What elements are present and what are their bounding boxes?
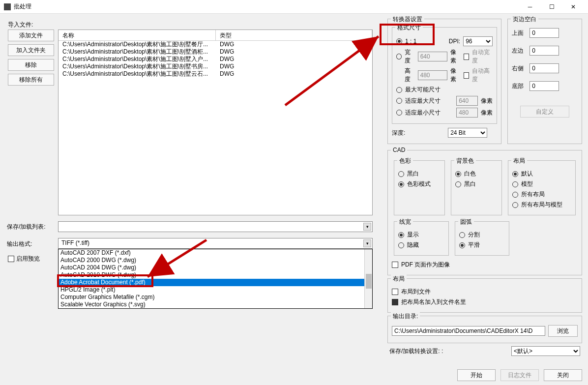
format-option[interactable]: HPGL/2 Image (*.plt) — [59, 286, 372, 294]
ratio-1-1-radio[interactable] — [396, 38, 402, 44]
width-label: 宽度 — [405, 48, 415, 65]
format-option[interactable]: AutoCAD 2000 DWG (*.dwg) — [59, 257, 372, 264]
close-button[interactable]: ✕ — [562, 0, 584, 14]
fit-max-input — [456, 96, 478, 106]
titlebar: 批处理 ─ ☐ ✕ — [0, 0, 588, 14]
start-button[interactable]: 开始 — [457, 369, 496, 381]
dpi-label: DPI: — [449, 38, 460, 45]
ratio-1-1-label: 1 : 1 — [405, 38, 416, 45]
converter-settings-group: 转换器设置 格式尺寸 1 : 1 DPI: 96 宽度 像素 — [387, 19, 501, 144]
scrollbar[interactable] — [364, 249, 372, 308]
fit-min-input — [456, 108, 478, 118]
remove-button[interactable]: 移除 — [8, 59, 54, 71]
table-row[interactable]: C:\Users\Administrator\Desktop\素材\施工图\别墅… — [59, 56, 372, 63]
line-width-group: 线宽 显示 隐藏 — [394, 221, 449, 256]
fit-min-radio[interactable] — [396, 110, 402, 116]
layout-all-model-radio[interactable] — [512, 202, 518, 208]
table-row[interactable]: C:\Users\Administrator\Desktop\素材\施工图\别墅… — [59, 48, 372, 56]
format-option[interactable]: Scalable Vector Graphics (*.svg) — [59, 301, 372, 308]
arc-group: 圆弧 分割 平滑 — [455, 221, 510, 256]
file-type-cell: DWG — [216, 41, 372, 48]
minimize-button[interactable]: ─ — [519, 0, 541, 14]
output-format-select[interactable]: TIFF (*.tiff) ▾ — [58, 238, 373, 249]
remove-all-button[interactable]: 移除所有 — [8, 74, 54, 86]
table-row[interactable]: C:\Users\Administrator\Desktop\素材\施工图\别墅… — [59, 70, 372, 78]
layout-to-file-checkbox[interactable] — [392, 289, 398, 295]
format-option[interactable]: Adobe Acrobat Document (*.pdf) — [59, 279, 372, 286]
file-type-cell: DWG — [216, 48, 372, 56]
auto-width-label: 自动宽度 — [472, 48, 493, 65]
column-name-header[interactable]: 名称 — [59, 30, 216, 40]
margin-left-label: 左边 — [512, 47, 527, 55]
table-row[interactable]: C:\Users\Administrator\Desktop\素材\施工图\别墅… — [59, 63, 372, 70]
converter-title: 转换器设置 — [393, 16, 422, 23]
arc-smooth-radio[interactable] — [459, 242, 465, 248]
line-show-radio[interactable] — [398, 232, 404, 238]
margin-bottom-input[interactable] — [529, 81, 559, 91]
maximize-button[interactable]: ☐ — [541, 0, 562, 14]
close-dialog-button[interactable]: 关闭 — [544, 369, 582, 381]
add-folder-button[interactable]: 加入文件夹 — [8, 44, 54, 56]
layout-all-radio[interactable] — [512, 192, 518, 198]
column-type-header[interactable]: 类型 — [216, 30, 372, 40]
chevron-down-icon[interactable]: ▾ — [363, 223, 371, 231]
margin-left-input[interactable] — [529, 46, 559, 56]
output-format-dropdown[interactable]: AutoCAD 2007 DXF (*.dxf)AutoCAD 2000 DWG… — [58, 249, 373, 309]
cad-title: CAD — [393, 147, 405, 153]
layout-model-radio[interactable] — [512, 181, 518, 187]
format-option[interactable]: AutoCAD 2004 DWG (*.dwg) — [59, 264, 372, 271]
width-radio[interactable] — [396, 54, 402, 59]
file-table[interactable]: 名称 类型 C:\Users\Administrator\Desktop\素材\… — [58, 30, 373, 215]
bg-black-radio[interactable] — [455, 181, 461, 187]
format-option[interactable]: Computer Graphics Metafile (*.cgm) — [59, 294, 372, 301]
margin-right-input[interactable] — [529, 63, 559, 73]
fit-min-label: 适应最小尺寸 — [405, 109, 441, 117]
customize-button: 自定义 — [520, 106, 569, 118]
chevron-down-icon[interactable]: ▾ — [363, 239, 371, 247]
file-name-cell: C:\Users\Administrator\Desktop\素材\施工图\别墅… — [59, 41, 216, 48]
depth-select[interactable]: 24 Bit — [448, 128, 487, 138]
layout-choice-group: 布局 默认 模型 所有布局 所有布局与模型 — [508, 160, 576, 215]
color-mode-radio[interactable] — [398, 181, 404, 187]
enable-preview-checkbox[interactable] — [8, 256, 14, 262]
margin-right-label: 右侧 — [512, 64, 527, 73]
file-name-cell: C:\Users\Administrator\Desktop\素材\施工图\别墅… — [59, 70, 216, 78]
left-pane: 导入文件: 添加文件 加入文件夹 移除 移除所有 名称 类型 C:\Users\… — [0, 14, 383, 385]
save-load-list-label: 保存/加载列表: — [7, 223, 46, 231]
max-possible-radio[interactable] — [396, 87, 402, 93]
import-files-label: 导入文件: — [8, 21, 33, 29]
fit-max-radio[interactable] — [396, 98, 402, 104]
pdf-as-image-checkbox[interactable] — [392, 262, 398, 268]
append-layout-name-checkbox[interactable] — [392, 299, 398, 305]
file-type-cell: DWG — [216, 63, 372, 70]
browse-button[interactable]: 浏览 — [548, 325, 578, 337]
file-type-cell: DWG — [216, 70, 372, 78]
format-option[interactable]: AutoCAD 2007 DXF (*.dxf) — [59, 249, 372, 257]
scrollbar-thumb[interactable] — [366, 274, 372, 289]
save-load-list-select[interactable]: ▾ — [58, 221, 373, 232]
bw-radio[interactable] — [398, 171, 404, 177]
format-size-group: 格式尺寸 1 : 1 DPI: 96 宽度 像素 自动宽度 — [392, 27, 497, 124]
color-group: 色彩 黑白 色彩模式 — [394, 160, 445, 215]
layout-group: 布局 布局到文件 把布局名加入到文件名里 — [387, 278, 582, 313]
dpi-select[interactable]: 96 — [463, 36, 493, 46]
app-icon — [4, 3, 11, 10]
add-file-button[interactable]: 添加文件 — [8, 30, 54, 41]
bg-white-radio[interactable] — [455, 171, 461, 177]
layout-default-radio[interactable] — [512, 171, 518, 177]
line-hide-radio[interactable] — [398, 242, 404, 248]
auto-height-label: 自动高度 — [472, 67, 493, 84]
save-convert-select[interactable]: <默认> — [511, 346, 580, 356]
format-option[interactable]: AutoCAD 2010 DWG (*.dwg) — [59, 271, 372, 279]
arc-split-radio[interactable] — [459, 232, 465, 238]
cad-group: CAD 色彩 黑白 色彩模式 背景色 白色 黑白 布局 默认 模型 所有布局 — [387, 150, 582, 275]
right-pane: 转换器设置 格式尺寸 1 : 1 DPI: 96 宽度 像素 — [383, 14, 588, 385]
bg-color-group: 背景色 白色 黑白 — [451, 160, 502, 215]
output-dir-input[interactable] — [392, 326, 545, 336]
window-title: 批处理 — [14, 2, 31, 11]
table-row[interactable]: C:\Users\Administrator\Desktop\素材\施工图\别墅… — [59, 41, 372, 48]
px-label: 像素 — [481, 97, 493, 105]
max-possible-label: 最大可能尺寸 — [405, 86, 441, 94]
margin-top-input[interactable] — [529, 28, 559, 38]
save-convert-label: 保存/加载转换设置: : — [389, 347, 443, 355]
